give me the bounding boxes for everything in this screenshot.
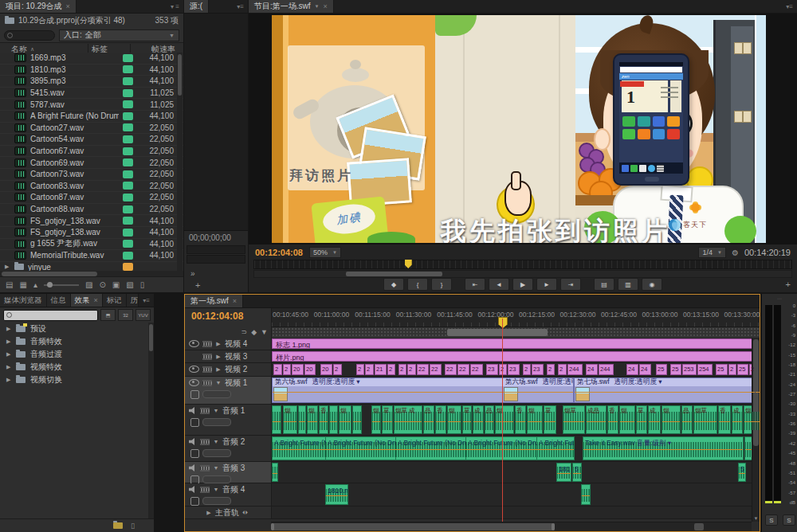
effects-folder-row[interactable]: ▶预设 <box>0 323 147 335</box>
marker-menu-button[interactable]: ◆ <box>251 328 257 336</box>
work-area-bar[interactable] <box>272 327 760 338</box>
timeline-clip[interactable]: 22 <box>457 364 469 375</box>
timeline-clip[interactable]: 20 <box>320 364 332 375</box>
go-to-out-button[interactable]: ⇥ <box>560 278 581 291</box>
panel-menu-icon[interactable]: ▾≡ <box>233 0 248 13</box>
time-ruler[interactable]: 00:10:30:0000:10:45:0000:11:00:0000:11:1… <box>272 308 760 327</box>
step-forward-button[interactable]: ► <box>536 278 557 291</box>
timeline-clip[interactable]: 25 <box>670 364 681 375</box>
timeline-clip[interactable]: Take it Easy.wav 音量:级别 ▾ <box>583 436 744 460</box>
timeline-clip[interactable]: 烟草 <box>563 405 585 434</box>
timeline-clip[interactable]: 香 <box>607 405 618 434</box>
timeline-clip[interactable]: 2 <box>499 364 507 375</box>
timeline-clip[interactable]: 第六场.swf透明度:透明度 ▾ <box>272 377 503 403</box>
timeline-clip[interactable]: 20 <box>292 364 304 375</box>
tab-program[interactable]: 节目:第一场.swf ▼ × <box>249 0 334 13</box>
timeline-clip[interactable]: 2 <box>407 364 416 375</box>
timeline-clip[interactable]: 25 <box>716 364 728 375</box>
add-marker-button[interactable]: ◆ <box>383 278 404 291</box>
go-to-in-button[interactable]: ⇤ <box>465 278 485 291</box>
program-scrollbar[interactable] <box>253 270 792 278</box>
timeline-clip[interactable] <box>272 463 278 482</box>
project-item-row[interactable]: Cartoon73.wav22,050 <box>0 169 183 181</box>
timeline-clip[interactable]: 21 <box>375 364 387 375</box>
timeline-clip[interactable]: 草 <box>462 405 472 434</box>
timeline-clip[interactable]: 2 <box>387 364 395 375</box>
effects-folder-row[interactable]: ▶视频特效 <box>0 361 147 374</box>
timeline-clip[interactable]: 烟草 <box>693 405 717 434</box>
timeline-clip[interactable]: 品 <box>485 405 494 434</box>
keyframe-navigator[interactable] <box>202 390 231 398</box>
timeline-clip[interactable]: 2 <box>558 364 567 375</box>
timeline-clip[interactable]: 烟 <box>527 405 543 434</box>
tab-effects[interactable]: 效果× <box>71 294 103 307</box>
timeline-clip[interactable]: 烟 <box>662 405 681 434</box>
timeline-clip[interactable]: A Bright Future (No Drums <box>325 436 397 460</box>
timeline-clip[interactable]: 1810.m <box>325 484 348 505</box>
timeline-clip[interactable]: 香 <box>435 405 446 434</box>
filmstrip-icon[interactable] <box>202 341 212 347</box>
timeline-clip[interactable]: 2 <box>356 364 364 375</box>
timeline-clip[interactable]: 样片.png <box>272 351 757 362</box>
effects-folder-row[interactable]: ▶音频特效 <box>0 335 147 348</box>
search-input[interactable] <box>4 30 55 41</box>
keyframe-navigator[interactable] <box>202 475 231 483</box>
twisty-icon[interactable]: ▶ <box>6 338 11 345</box>
filmstrip-icon[interactable] <box>202 354 212 360</box>
label-chip[interactable] <box>123 77 133 85</box>
timeline-clip[interactable]: 244 <box>599 364 614 375</box>
project-item-row[interactable]: FS_gotjoy_138.wav44,100 <box>0 227 183 239</box>
timeline-clip[interactable]: 2 <box>728 364 736 375</box>
timeline-clip[interactable]: 22 <box>417 364 429 375</box>
label-chip[interactable] <box>123 240 133 248</box>
delete-icon[interactable]: ▯ <box>131 522 135 530</box>
project-item-row[interactable]: g 1655 尹老师.wav44,100 <box>0 239 183 251</box>
timeline-clip[interactable]: 23 <box>532 364 544 375</box>
project-item-row[interactable]: 1669.mp344,100 <box>0 53 183 65</box>
keyframe-icon[interactable] <box>190 449 199 458</box>
filmstrip-icon[interactable] <box>200 487 210 493</box>
mark-in-button[interactable]: { <box>407 278 428 291</box>
label-chip[interactable] <box>123 135 133 143</box>
program-timecode[interactable]: 00:12:04:08 <box>255 248 303 257</box>
timeline-clip[interactable]: 23 <box>486 364 498 375</box>
label-chip[interactable] <box>123 54 133 62</box>
keyframe-icon[interactable] <box>190 475 199 484</box>
project-item-row[interactable]: ▶yinyue <box>0 262 183 271</box>
effects-search-input[interactable] <box>3 310 98 321</box>
overflow-button[interactable]: » <box>190 269 195 278</box>
solo-left-button[interactable]: S <box>765 514 778 526</box>
label-chip[interactable] <box>123 205 133 213</box>
label-chip[interactable] <box>123 112 133 120</box>
filmstrip-icon[interactable] <box>200 439 210 445</box>
timeline-clip[interactable]: A Bright Future (No Drums <box>395 436 467 460</box>
timeline-clip[interactable]: 2 <box>273 364 282 375</box>
play-button[interactable]: ▶ <box>512 278 533 291</box>
timeline-clip[interactable]: 草 <box>544 405 556 434</box>
timeline-clip[interactable]: 烟 <box>744 405 760 434</box>
project-item-row[interactable]: Cartoon88.wav22,050 <box>0 204 183 216</box>
sort-button[interactable]: ▴ <box>33 281 37 289</box>
find-button[interactable]: ⊙ <box>99 281 105 289</box>
effects-vscrollbar[interactable] <box>148 323 154 518</box>
export-frame-button[interactable]: ◉ <box>642 278 662 291</box>
timeline-clip[interactable]: A Bright Future (No D <box>272 436 327 460</box>
filmstrip-icon[interactable] <box>202 366 212 373</box>
timeline-clip[interactable]: 20 <box>304 364 316 375</box>
close-icon[interactable]: × <box>233 297 237 305</box>
tab-markers[interactable]: 标记 <box>103 294 127 307</box>
tab-info[interactable]: 信息 <box>47 294 71 307</box>
label-chip[interactable] <box>123 229 133 237</box>
zoom-select[interactable]: 50%▼ <box>309 247 341 258</box>
step-back-button[interactable]: ◄ <box>489 278 509 291</box>
add-marker-button[interactable]: ▼ <box>261 328 268 336</box>
tab-media-browser[interactable]: 媒体浏览器 <box>0 294 47 307</box>
label-chip[interactable] <box>123 123 133 131</box>
timeline-clip[interactable]: 244 <box>567 364 583 375</box>
32bit-filter-button[interactable]: 32 <box>118 309 133 321</box>
twisty-icon[interactable]: ▶ <box>6 351 11 358</box>
label-chip[interactable] <box>123 65 133 73</box>
timeline-clip[interactable] <box>329 405 338 434</box>
timeline-clip[interactable]: 22 <box>445 364 457 375</box>
mark-out-button[interactable]: } <box>431 278 452 291</box>
